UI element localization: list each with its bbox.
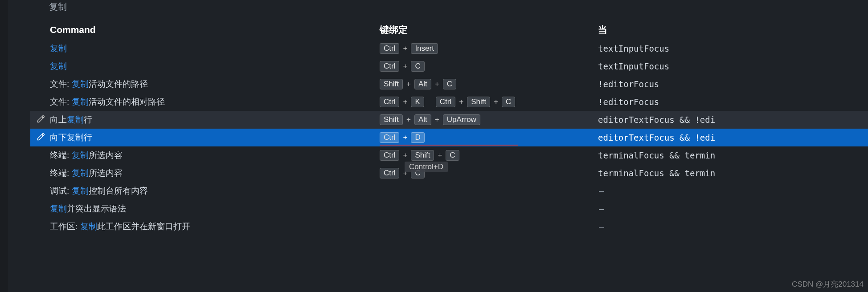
highlight-fragment: 复制: [72, 186, 89, 195]
keycap: K: [411, 97, 424, 107]
text-fragment: 终端:: [50, 150, 72, 160]
text-fragment: 所选内容: [89, 168, 123, 178]
command-cell: 终端: 复制所选内容: [50, 167, 380, 179]
keycap: C: [411, 168, 424, 178]
when-cell: terminalFocus && termin: [598, 150, 868, 160]
when-cell: textInputFocus: [598, 44, 868, 53]
table-row[interactable]: 调试: 复制控制台所有内容—: [30, 182, 868, 200]
edit-indicator[interactable]: [32, 132, 50, 143]
table-row[interactable]: 复制Ctrl+InserttextInputFocus: [30, 40, 868, 57]
table-row[interactable]: 终端: 复制所选内容Ctrl+Shift+CControl+DterminalF…: [30, 146, 868, 164]
when-cell: —: [598, 222, 868, 231]
when-cell: !editorFocus: [598, 97, 868, 107]
text-fragment: 工作区:: [50, 222, 80, 231]
text-fragment: 活动文件的路径: [89, 79, 148, 89]
command-cell: 文件: 复制活动文件的相对路径: [50, 96, 380, 108]
command-cell: 向上复制行: [50, 114, 380, 126]
keybinding-cell: Shift+Alt+C: [380, 79, 598, 89]
pencil-icon[interactable]: [37, 132, 45, 143]
header-command[interactable]: Command: [50, 24, 380, 35]
when-cell: —: [598, 186, 868, 196]
highlight-fragment: 复制: [80, 222, 97, 231]
table-row[interactable]: 文件: 复制活动文件的相对路径Ctrl+KCtrl+Shift+C!editor…: [30, 93, 868, 111]
plus-separator: +: [403, 97, 407, 106]
table-row[interactable]: 向上复制行Shift+Alt+UpArroweditorTextFocus &&…: [30, 111, 868, 129]
shortcuts-table: Command 键绑定 当 复制Ctrl+InserttextInputFocu…: [30, 21, 868, 235]
text-fragment: 终端:: [50, 168, 72, 178]
plus-separator: +: [459, 97, 463, 106]
highlight-fragment: 复制: [67, 115, 84, 124]
command-cell: 复制并突出显示语法: [50, 203, 380, 215]
plus-separator: +: [494, 97, 498, 106]
keycap: C: [502, 97, 515, 107]
keycap: C: [411, 61, 424, 72]
highlight-fragment: 复制: [67, 133, 84, 142]
keyboard-shortcuts-panel: 复制 Command 键绑定 当 复制Ctrl+InserttextInputF…: [8, 0, 868, 235]
plus-separator: +: [403, 62, 407, 71]
plus-separator: +: [438, 151, 442, 160]
keybinding-cell: Shift+Alt+UpArrow: [380, 114, 598, 125]
keycap: UpArrow: [443, 114, 480, 125]
table-row[interactable]: 文件: 复制活动文件的路径Shift+Alt+C!editorFocus: [30, 75, 868, 93]
highlight-fragment: 复制: [72, 150, 89, 160]
keycap: Insert: [411, 43, 438, 54]
highlight-fragment: 复制: [50, 61, 67, 71]
table-row[interactable]: 向下复制行Ctrl+DeditorTextFocus && !edi: [30, 129, 868, 146]
plus-separator: +: [403, 133, 407, 142]
text-fragment: 此工作区并在新窗口打开: [97, 222, 190, 231]
table-row[interactable]: 终端: 复制所选内容Ctrl+CterminalFocus && termin: [30, 164, 868, 182]
plus-separator: +: [406, 115, 411, 124]
edit-indicator[interactable]: [32, 114, 50, 126]
table-header-row: Command 键绑定 当: [30, 21, 868, 39]
search-term-label: 复制: [30, 0, 868, 21]
keycap: Alt: [414, 114, 431, 125]
command-cell: 调试: 复制控制台所有内容: [50, 185, 380, 197]
table-row[interactable]: 工作区: 复制此工作区并在新窗口打开—: [30, 218, 868, 235]
when-cell: textInputFocus: [598, 61, 868, 71]
when-cell: editorTextFocus && !edi: [598, 115, 868, 125]
table-row[interactable]: 复制并突出显示语法—: [30, 200, 868, 218]
text-fragment: 行: [84, 133, 92, 142]
activity-bar-strip: [0, 0, 8, 292]
pencil-icon[interactable]: [37, 114, 45, 126]
plus-separator: +: [403, 151, 407, 160]
table-row[interactable]: 复制Ctrl+CtextInputFocus: [30, 57, 868, 75]
text-fragment: 文件:: [50, 97, 72, 106]
keycap: Ctrl: [380, 150, 399, 161]
text-fragment: 并突出显示语法: [67, 204, 126, 213]
command-cell: 工作区: 复制此工作区并在新窗口打开: [50, 221, 380, 232]
when-cell: editorTextFocus && !edi: [598, 133, 868, 142]
keycap: Ctrl: [436, 97, 455, 107]
highlight-fragment: 复制: [50, 204, 67, 213]
keycap: Ctrl: [380, 132, 399, 143]
keycap: Ctrl: [380, 97, 399, 107]
text-fragment: 所选内容: [89, 150, 123, 160]
text-fragment: 控制台所有内容: [89, 186, 148, 195]
command-cell: 向下复制行: [50, 132, 380, 143]
keycap: Ctrl: [380, 168, 399, 178]
plus-separator: +: [406, 80, 411, 89]
keycap: Shift: [380, 79, 403, 89]
plus-separator: +: [435, 115, 439, 124]
keycap: D: [411, 132, 424, 143]
highlight-fragment: 复制: [72, 168, 89, 178]
highlight-fragment: 复制: [72, 97, 89, 106]
command-cell: 复制: [50, 43, 380, 54]
keycap: Shift: [411, 150, 434, 161]
keycap: Ctrl: [380, 43, 399, 54]
text-fragment: 行: [84, 115, 92, 124]
highlight-fragment: 复制: [50, 44, 67, 53]
text-fragment: 向下: [50, 133, 67, 142]
keycap: C: [446, 150, 459, 161]
keybinding-cell: Ctrl+C: [380, 168, 598, 178]
header-when[interactable]: 当: [598, 24, 868, 36]
keybinding-cell: Ctrl+Insert: [380, 43, 598, 54]
watermark: CSDN @月亮201314: [792, 279, 864, 289]
header-keybinding[interactable]: 键绑定: [380, 24, 598, 36]
command-cell: 终端: 复制所选内容: [50, 150, 380, 161]
plus-separator: +: [435, 80, 439, 89]
keybinding-cell: Ctrl+C: [380, 61, 598, 72]
highlight-fragment: 复制: [72, 79, 89, 89]
keycap: Ctrl: [380, 61, 399, 72]
annotation-underline: [380, 145, 518, 146]
